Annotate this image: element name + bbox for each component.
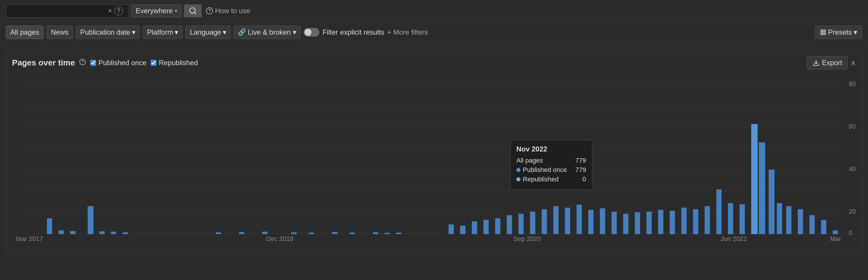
filter-explicit-label: Filter explicit results	[322, 28, 384, 36]
svg-rect-68	[769, 170, 775, 234]
svg-text:0: 0	[849, 229, 852, 236]
svg-rect-38	[384, 233, 390, 234]
svg-rect-36	[350, 232, 355, 234]
published-once-label: Published once	[98, 59, 147, 67]
published-once-checkbox-label[interactable]: Published once	[90, 59, 147, 67]
svg-rect-52	[588, 210, 593, 234]
svg-rect-48	[541, 209, 547, 234]
svg-point-0	[190, 8, 195, 13]
svg-rect-50	[565, 208, 570, 234]
chart-help-icon[interactable]	[79, 58, 86, 67]
published-once-checkbox[interactable]	[90, 60, 96, 66]
how-to-use-link[interactable]: How to use	[206, 7, 250, 15]
chart-area: 800 600 400 200 0	[12, 76, 856, 246]
svg-rect-33	[291, 232, 297, 234]
svg-rect-29	[123, 232, 128, 234]
more-filters-label: + More filters	[387, 28, 428, 36]
svg-rect-37	[373, 232, 378, 234]
scope-dropdown[interactable]: Everywhere ▾	[131, 4, 182, 18]
live-broken-label: Live & broken	[248, 28, 291, 36]
svg-rect-26	[88, 206, 93, 234]
svg-rect-45	[507, 215, 512, 234]
svg-text:Mar: Mar	[830, 235, 841, 243]
news-filter[interactable]: News	[46, 26, 73, 39]
export-label: Export	[822, 59, 842, 67]
svg-rect-70	[786, 206, 792, 234]
publication-date-label: Publication date	[80, 28, 130, 36]
svg-rect-31	[239, 232, 244, 234]
search-input-wrapper: [lectric] AND ebike × ?	[6, 4, 129, 18]
toggle-knob	[305, 29, 311, 36]
svg-rect-61	[693, 209, 698, 234]
all-pages-label: All pages	[10, 28, 39, 36]
svg-rect-44	[495, 218, 500, 234]
svg-text:200: 200	[849, 208, 856, 216]
live-broken-dropdown[interactable]: 🔗 Live & broken ▾	[234, 26, 301, 39]
search-help-button[interactable]: ?	[114, 6, 123, 15]
svg-text:600: 600	[849, 123, 856, 130]
language-chevron: ▾	[223, 28, 226, 36]
svg-text:Mar 2017: Mar 2017	[16, 235, 43, 243]
svg-rect-63	[716, 189, 721, 234]
search-bar: [lectric] AND ebike × ? Everywhere ▾ How…	[0, 0, 868, 22]
collapse-chart-button[interactable]: ∧	[851, 59, 856, 67]
news-label: News	[51, 28, 69, 36]
scope-label: Everywhere	[136, 7, 173, 15]
svg-rect-32	[262, 231, 268, 234]
chart-container: Pages over time Published once Republish…	[6, 50, 862, 252]
how-to-use-label: How to use	[215, 7, 250, 15]
svg-text:Sep 2020: Sep 2020	[514, 235, 541, 243]
svg-rect-71	[798, 209, 803, 234]
presets-chevron: ▾	[854, 28, 857, 36]
platform-dropdown[interactable]: Platform ▾	[143, 26, 183, 39]
svg-line-1	[194, 12, 196, 14]
svg-rect-28	[111, 231, 116, 234]
more-filters-button[interactable]: + More filters	[387, 28, 428, 36]
chart-actions: Export ∧	[807, 56, 856, 69]
presets-dropdown[interactable]: Presets ▾	[815, 26, 862, 39]
svg-rect-47	[530, 212, 535, 234]
svg-rect-59	[670, 211, 675, 234]
svg-rect-5	[820, 32, 826, 33]
republished-checkbox[interactable]	[151, 60, 156, 66]
search-input[interactable]: [lectric] AND ebike	[9, 6, 106, 16]
svg-rect-24	[59, 230, 64, 234]
svg-rect-62	[705, 206, 710, 234]
scope-chevron: ▾	[175, 8, 177, 14]
language-dropdown[interactable]: Language ▾	[186, 26, 230, 39]
platform-label: Platform	[147, 28, 173, 36]
export-button[interactable]: Export	[807, 56, 848, 69]
svg-rect-30	[216, 232, 221, 234]
all-pages-filter[interactable]: All pages	[6, 26, 44, 39]
language-label: Language	[190, 28, 221, 36]
chart-header: Pages over time Published once Republish…	[12, 56, 856, 69]
svg-rect-39	[396, 232, 401, 234]
svg-rect-58	[658, 210, 663, 234]
publication-date-chevron: ▾	[132, 28, 135, 36]
svg-rect-49	[553, 206, 559, 234]
presets-icon	[820, 29, 827, 35]
filter-bar: All pages News Publication date ▾ Platfo…	[0, 22, 868, 43]
search-go-button[interactable]	[184, 4, 202, 17]
platform-chevron: ▾	[175, 28, 178, 36]
svg-rect-66	[751, 124, 757, 234]
svg-rect-40	[448, 225, 454, 234]
export-icon	[813, 59, 820, 66]
clear-search-button[interactable]: ×	[108, 8, 112, 14]
republished-checkbox-label[interactable]: Republished	[151, 59, 198, 67]
svg-rect-43	[484, 220, 489, 234]
svg-rect-60	[681, 208, 687, 234]
explicit-filter-toggle[interactable]	[304, 28, 319, 37]
svg-rect-34	[309, 232, 314, 234]
publication-date-dropdown[interactable]: Publication date ▾	[76, 26, 140, 39]
svg-rect-53	[600, 208, 605, 234]
live-broken-chevron: ▾	[293, 28, 296, 36]
svg-rect-67	[759, 142, 765, 234]
svg-rect-35	[332, 232, 337, 234]
republished-label: Republished	[159, 59, 198, 67]
svg-text:800: 800	[849, 80, 856, 88]
svg-rect-57	[647, 212, 652, 234]
svg-rect-69	[777, 203, 782, 234]
svg-rect-6	[820, 34, 826, 35]
svg-rect-46	[518, 214, 524, 234]
